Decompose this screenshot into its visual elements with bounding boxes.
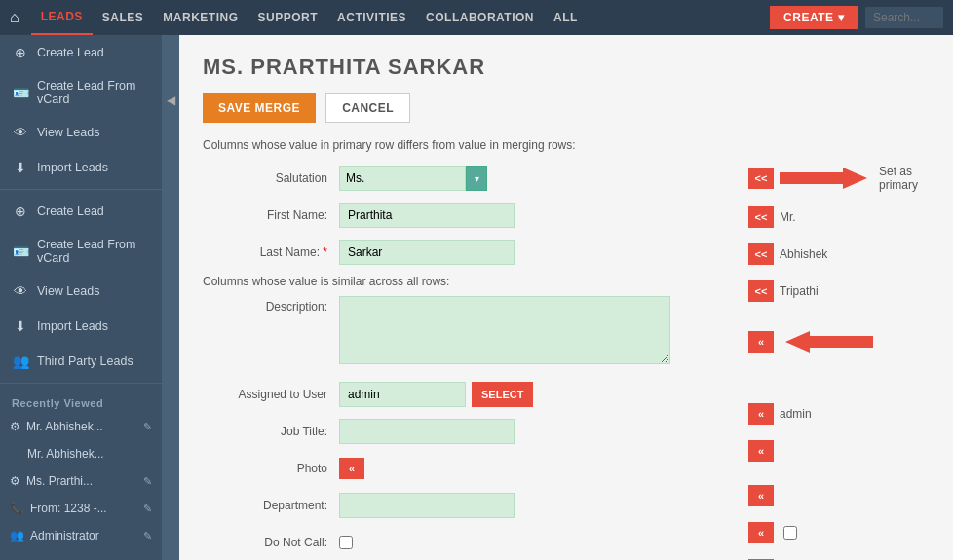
nav-collaboration[interactable]: COLLABORATION <box>416 0 544 35</box>
salutation-label: Salutation <box>203 171 339 185</box>
people-icon: 👥 <box>12 353 29 370</box>
edit-icon-3[interactable]: ✎ <box>143 503 152 515</box>
first-name-row: First Name: <box>203 201 739 230</box>
photo-arrow-button[interactable]: « <box>339 458 364 479</box>
cancel-button[interactable]: CANCEL <box>325 93 410 123</box>
job-title-arrow-btn[interactable]: « <box>748 440 774 462</box>
last-name-input[interactable] <box>339 240 515 265</box>
photo-label: Photo <box>203 462 339 475</box>
sidebar-item-create-lead-vcard-1[interactable]: 🪪 Create Lead From vCard <box>0 70 162 115</box>
do-not-call-label: Do Not Call: <box>203 536 339 549</box>
svg-marker-0 <box>780 168 867 189</box>
home-icon[interactable]: ⌂ <box>10 9 19 26</box>
sidebar-item-third-party[interactable]: 👥 Third Party Leads <box>0 344 162 379</box>
assigned-user-input[interactable] <box>339 382 466 407</box>
edit-icon-0[interactable]: ✎ <box>143 421 152 433</box>
page-title: MS. PRARTHITA SARKAR <box>203 55 934 80</box>
arrows-panel: << Set as primary << Mr. << A <box>739 164 934 560</box>
sidebar-item-view-leads-1[interactable]: 👁 View Leads <box>0 115 162 150</box>
tripathi-arrow-btn[interactable]: << <box>748 280 774 302</box>
last-name-label: Last Name: * <box>203 245 339 259</box>
action-buttons: SAVE MERGE CANCEL <box>203 93 934 123</box>
sidebar: ⊕ Create Lead 🪪 Create Lead From vCard 👁… <box>0 35 162 560</box>
main-content: MS. PRARTHITA SARKAR SAVE MERGE CANCEL C… <box>179 35 953 560</box>
recent-item-3[interactable]: 📞 From: 1238 -... ✎ <box>0 495 162 522</box>
big-right-arrow-row: << Set as primary <box>748 164 934 193</box>
do-not-call-row: Do Not Call: <box>203 528 739 557</box>
do-not-call-checkbox[interactable] <box>339 536 353 549</box>
vcard-icon: 🪪 <box>12 84 29 101</box>
search-input[interactable] <box>865 7 943 28</box>
job-title-input[interactable] <box>339 419 515 444</box>
description-label: Description: <box>203 296 339 314</box>
department-arrow-btn[interactable]: « <box>748 485 774 506</box>
salutation-select-wrap: Ms. Mr. Dr. ▾ <box>339 166 487 191</box>
photo-row: Photo « <box>203 454 739 483</box>
edit-icon-2[interactable]: ✎ <box>143 475 152 488</box>
do-not-call-arrow-row: « <box>748 518 934 547</box>
set-primary-arrow-btn[interactable]: << <box>748 168 774 189</box>
form-fields: Salutation Ms. Mr. Dr. ▾ First Name: <box>203 164 739 560</box>
edit-icon-4[interactable]: ✎ <box>143 530 152 542</box>
mr-label: Mr. <box>780 210 796 224</box>
sidebar-item-import-leads-1[interactable]: ⬇ Import Leads <box>0 150 162 185</box>
admin-arrow-row: « admin <box>748 399 934 429</box>
sidebar-item-create-lead-vcard-2[interactable]: 🪪 Create Lead From vCard <box>0 229 162 274</box>
sidebar-item-import-leads-2[interactable]: ⬇ Import Leads <box>0 309 162 344</box>
select-user-button[interactable]: SELECT <box>472 382 533 407</box>
salutation-select[interactable]: Ms. Mr. Dr. <box>339 166 466 191</box>
nav-activities[interactable]: ACTIVITIES <box>327 0 416 35</box>
create-button[interactable]: CREATE ▾ <box>770 6 858 29</box>
form-area: Salutation Ms. Mr. Dr. ▾ First Name: <box>203 164 934 560</box>
nav-all[interactable]: ALL <box>544 0 588 35</box>
mr-arrow-row: << Mr. <box>748 203 934 232</box>
tripathi-arrow-row: << Tripathi <box>748 277 934 306</box>
sidebar-item-view-leads-2[interactable]: 👁 View Leads <box>0 274 162 309</box>
eye-icon: 👁 <box>12 124 29 141</box>
recently-viewed-header: Recently Viewed <box>0 388 162 413</box>
gear-icon-2: ⚙ <box>10 474 20 488</box>
nav-support[interactable]: SUPPORT <box>248 0 328 35</box>
phone-icon-3: 📞 <box>10 502 24 515</box>
description-row: Description: <box>203 296 739 364</box>
tripathi-label: Tripathi <box>780 284 819 298</box>
big-left-arrow-svg <box>785 331 873 353</box>
sidebar-item-create-lead-2[interactable]: ⊕ Create Lead <box>0 194 162 229</box>
vcard-icon-2: 🪪 <box>12 243 29 260</box>
eye-icon-2: 👁 <box>12 282 29 300</box>
differs-info: Columns whose value in primary row diffe… <box>203 138 934 152</box>
department-arrow-row: « <box>748 481 934 510</box>
do-not-call-right-checkbox[interactable] <box>783 526 797 540</box>
department-input[interactable] <box>339 493 515 518</box>
recent-item-0[interactable]: ⚙ Mr. Abhishek... ✎ <box>0 413 162 440</box>
recent-item-1[interactable]: Mr. Abhishek... <box>0 440 162 467</box>
sidebar-item-create-lead-1[interactable]: ⊕ Create Lead <box>0 35 162 70</box>
abhishek-arrow-btn[interactable]: << <box>748 243 774 265</box>
do-not-call-arrow-btn[interactable]: « <box>748 522 774 543</box>
department-label: Department: <box>203 499 339 512</box>
first-name-input[interactable] <box>339 203 515 228</box>
save-merge-button[interactable]: SAVE MERGE <box>203 93 316 123</box>
people-icon-4: 👥 <box>10 529 24 542</box>
recent-item-2[interactable]: ⚙ Ms. Prarthi... ✎ <box>0 467 162 495</box>
abhishek-arrow-row: << Abhishek <box>748 240 934 269</box>
download-icon-2: ⬇ <box>12 317 29 335</box>
download-icon: ⬇ <box>12 159 29 176</box>
sidebar-collapse-toggle[interactable]: ◀ <box>162 35 179 560</box>
mr-arrow-btn[interactable]: << <box>748 206 774 228</box>
assigned-user-row: Assigned to User SELECT <box>203 380 739 409</box>
salutation-dropdown-arrow[interactable]: ▾ <box>466 166 487 191</box>
admin-arrow-btn[interactable]: « <box>748 403 774 425</box>
nav-leads[interactable]: LEADS <box>31 0 93 35</box>
description-arrow-btn[interactable]: « <box>748 331 774 353</box>
assigned-user-label: Assigned to User <box>203 388 339 401</box>
nav-sales[interactable]: SALES <box>93 0 154 35</box>
top-nav: ⌂ LEADS SALES MARKETING SUPPORT ACTIVITI… <box>0 0 953 35</box>
plus-icon-2: ⊕ <box>12 203 29 220</box>
recent-item-4[interactable]: 👥 Administrator ✎ <box>0 522 162 549</box>
gear-icon-0: ⚙ <box>10 420 20 433</box>
description-input[interactable] <box>339 296 670 364</box>
plus-icon: ⊕ <box>12 44 29 61</box>
job-title-label: Job Title: <box>203 425 339 438</box>
nav-marketing[interactable]: MARKETING <box>153 0 248 35</box>
